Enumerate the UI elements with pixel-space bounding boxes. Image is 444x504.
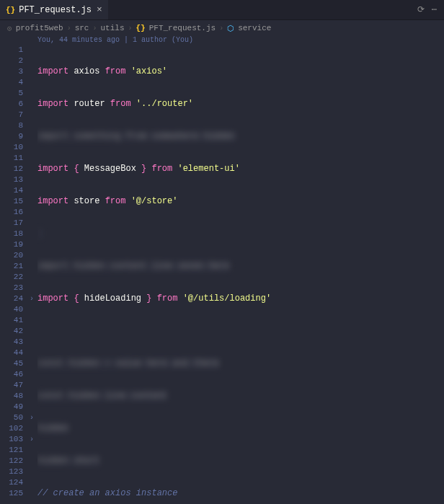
line-number: 49 [0, 402, 23, 412]
fold-placeholder [26, 380, 37, 391]
fold-placeholder [26, 402, 37, 412]
line-number: 45 [0, 358, 23, 369]
fold-gutter: › › › [26, 45, 37, 504]
fold-placeholder [26, 207, 37, 218]
line-number: 19 [0, 239, 23, 250]
code-editor[interactable]: 1234567891011121314151617181920212223244… [0, 45, 444, 504]
line-number: 3 [0, 66, 23, 77]
line-number: 6 [0, 99, 23, 110]
line-number: 10 [0, 142, 23, 153]
line-number: 50 [0, 412, 23, 423]
breadcrumb[interactable]: ⊙ profit5web › src › utils › {} PFT_requ… [0, 20, 444, 36]
fold-placeholder [26, 142, 37, 153]
line-number: 20 [0, 250, 23, 261]
fold-collapsed-icon[interactable]: › [26, 293, 37, 304]
fold-placeholder [26, 66, 37, 77]
line-number: 23 [0, 283, 23, 293]
variable-icon: ⬡ [227, 24, 234, 33]
line-number: 21 [0, 261, 23, 272]
line-number: 5 [0, 88, 23, 99]
tab-bar: {} PFT_request.js × ⟳ ⋯ [0, 0, 444, 20]
js-file-icon: {} [136, 24, 146, 32]
tab-actions: ⟳ ⋯ [417, 4, 444, 15]
fold-placeholder [26, 77, 37, 88]
breadcrumb-item[interactable]: profit5web [16, 24, 63, 32]
breadcrumb-file[interactable]: PFT_request.js [149, 24, 216, 32]
fold-placeholder [26, 315, 37, 326]
fold-placeholder [26, 250, 37, 261]
fold-placeholder [26, 272, 37, 283]
fold-placeholder [26, 174, 37, 185]
breadcrumb-symbol[interactable]: service [238, 24, 271, 32]
fold-placeholder [26, 423, 37, 434]
line-number: 17 [0, 218, 23, 229]
fold-placeholder [26, 391, 37, 402]
fold-placeholder [26, 326, 37, 337]
line-number: 42 [0, 326, 23, 337]
breadcrumb-item[interactable]: utils [100, 24, 124, 32]
line-number: 124 [0, 477, 23, 488]
fold-placeholder [26, 261, 37, 272]
line-number: 103 [0, 434, 23, 445]
fold-placeholder [26, 304, 37, 315]
line-number: 22 [0, 272, 23, 283]
fold-placeholder [26, 283, 37, 293]
line-number: 1 [0, 45, 23, 56]
line-number: 48 [0, 391, 23, 402]
compare-icon[interactable]: ⟳ [417, 4, 425, 15]
project-icon: ⊙ [7, 24, 12, 33]
fold-placeholder [26, 120, 37, 131]
breadcrumb-item[interactable]: src [75, 24, 89, 32]
fold-collapsed-icon[interactable]: › [26, 434, 37, 445]
line-number: 24 [0, 293, 23, 304]
line-number: 41 [0, 315, 23, 326]
line-number: 15 [0, 196, 23, 207]
more-icon[interactable]: ⋯ [432, 4, 437, 15]
fold-placeholder [26, 196, 37, 207]
tab-active[interactable]: {} PFT_request.js × [0, 0, 108, 19]
line-number: 4 [0, 77, 23, 88]
line-number: 123 [0, 467, 23, 477]
fold-placeholder [26, 488, 37, 499]
line-number-gutter: 1234567891011121314151617181920212223244… [0, 45, 26, 504]
line-number: 47 [0, 380, 23, 391]
code-content[interactable]: import axios from 'axios' import router … [37, 45, 444, 504]
line-number: 125 [0, 488, 23, 499]
line-number: 2 [0, 56, 23, 66]
blurred-line: import hidden content line seven here [37, 261, 229, 271]
line-number: 18 [0, 229, 23, 239]
fold-collapsed-icon[interactable]: › [26, 412, 37, 423]
fold-placeholder [26, 477, 37, 488]
fold-placeholder [26, 445, 37, 456]
fold-placeholder [26, 45, 37, 56]
fold-placeholder [26, 185, 37, 196]
line-number: 12 [0, 164, 23, 174]
fold-placeholder [26, 153, 37, 164]
close-icon[interactable]: × [97, 4, 102, 15]
line-number: 11 [0, 153, 23, 164]
fold-placeholder [26, 369, 37, 380]
line-number: 43 [0, 337, 23, 348]
blurred-line: const hidden = value here and there [37, 358, 219, 368]
line-number: 40 [0, 304, 23, 315]
line-number: 16 [0, 207, 23, 218]
fold-placeholder [26, 456, 37, 467]
fold-placeholder [26, 467, 37, 477]
fold-placeholder [26, 88, 37, 99]
chevron-right-icon: › [128, 25, 133, 32]
blurred-line: hidden short [37, 456, 99, 466]
fold-placeholder [26, 239, 37, 250]
line-number: 14 [0, 185, 23, 196]
fold-placeholder [26, 348, 37, 358]
line-number: 121 [0, 445, 23, 456]
fold-placeholder [26, 56, 37, 66]
blurred-line: const hidden line content [37, 391, 167, 401]
blurred-line: import something from somewhere hidden [37, 131, 235, 141]
line-number: 13 [0, 174, 23, 185]
line-number: 122 [0, 456, 23, 467]
blurred-line: hidden [37, 423, 68, 433]
line-number: 7 [0, 110, 23, 120]
line-number: 9 [0, 131, 23, 142]
fold-placeholder [26, 131, 37, 142]
js-file-icon: {} [6, 6, 15, 14]
